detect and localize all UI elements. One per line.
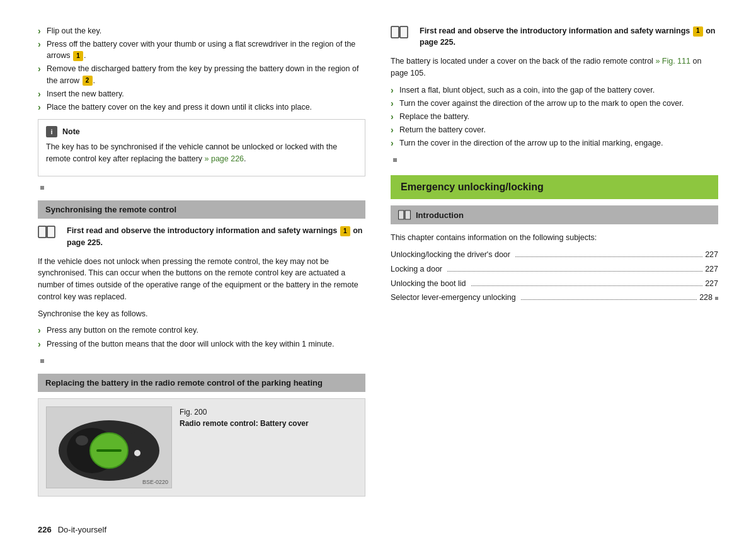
scroll-indicator-2 [40,359,44,363]
toc-label-1: Unlocking/locking the driver's door [391,249,510,261]
right-warning-text: First read and observe the introductory … [420,25,718,48]
right-bullet-4: Return the battery cover. [391,124,718,135]
fig-code: BSE-0220 [141,478,169,486]
warn-num-sync: 1 [340,226,350,236]
right-column: First read and observe the introductory … [391,25,718,533]
emergency-title: Emergency unlocking/locking [401,181,544,192]
toc-list: Unlocking/locking the driver's door 227 … [391,249,718,304]
book-icon-1 [38,225,55,239]
arrow-num-2: 2 [83,76,93,86]
page-section: Do-it-yourself [58,525,106,534]
toc-page-4: 228 [699,292,718,304]
sync-body-2: Synchronise the key as follows. [38,308,365,320]
scroll-indicator-4 [715,297,718,300]
intro-title: Introduction [416,210,464,220]
right-body: The battery is located under a cover on … [391,55,718,79]
note-text: The key has to be synchronised if the ve… [46,141,357,165]
intro-body: This chapter contains information on the… [391,232,718,244]
scroll-indicator-1 [40,186,44,190]
note-link[interactable]: » page 226 [205,154,244,163]
sync-warning-text: First read and observe the introductory … [67,225,365,248]
bullet-1: Flip out the key. [38,25,365,37]
sync-warning-box: First read and observe the introductory … [38,225,365,248]
sync-bullet-2: Pressing of the button means that the do… [38,338,365,350]
toc-dots-1 [515,256,702,257]
right-bullet-5: Turn the cover in the direction of the a… [391,137,718,149]
sync-bullet-1: Press any button on the remote control k… [38,325,365,336]
toc-dots-2 [447,271,702,272]
sync-bullets: Press any button on the remote control k… [38,325,365,349]
toc-dots-4 [521,299,697,300]
svg-rect-0 [38,226,46,238]
bullet-2: Press off the battery cover with your th… [38,38,365,61]
warn-num-right: 1 [693,26,703,37]
svg-rect-12 [391,26,399,38]
toc-item-3: Unlocking the boot lid 227 [391,278,718,290]
remote-svg [49,408,169,486]
right-bullet-3: Replace the battery. [391,111,718,122]
page-number: 226 [38,525,52,534]
svg-point-7 [123,432,158,462]
remote-image: BSE-0220 [46,406,172,488]
emergency-header: Emergency unlocking/locking [391,175,718,199]
arrow-num-1: 1 [73,51,83,61]
sync-body-1: If the vehicle does not unlock when pres… [38,256,365,303]
fig-link[interactable]: » Fig. 111 [655,57,690,66]
note-icon: i [46,126,57,137]
intro-header: Introduction [391,205,718,224]
bullet-3: Remove the discharged battery from the k… [38,63,365,86]
parking-section-header: Replacing the battery in the radio remot… [38,374,365,392]
sync-title: Synchronising the remote control [45,205,176,214]
svg-point-11 [76,435,88,446]
book-icon-2 [391,25,408,39]
svg-rect-9 [96,449,122,452]
right-warning-box: First read and observe the introductory … [391,25,718,48]
svg-rect-1 [47,226,55,238]
toc-item-4: Selector lever-emergency unlocking 228 [391,292,718,304]
bullet-4: Insert the new battery. [38,88,365,100]
note-box: i Note The key has to be synchronised if… [38,119,365,177]
book-icon-3 [398,210,411,220]
toc-label-4: Selector lever-emergency unlocking [391,292,516,304]
svg-rect-16 [405,210,411,219]
parking-title: Replacing the battery in the radio remot… [45,378,323,388]
sync-section-header: Synchronising the remote control [38,200,365,219]
fig-desc: Radio remote control: Battery cover [180,418,309,429]
svg-point-10 [134,450,140,456]
note-header: i Note [46,126,357,137]
svg-rect-15 [399,210,404,219]
toc-item-1: Unlocking/locking the driver's door 227 [391,249,718,261]
right-bullets: Insert a flat, blunt object, such as a c… [391,84,718,149]
left-column: Flip out the key. Press off the battery … [38,25,365,533]
toc-page-1: 227 [705,249,718,261]
svg-rect-13 [400,26,408,38]
right-bullet-2: Turn the cover against the direction of … [391,98,718,109]
toc-page-2: 227 [705,263,718,275]
toc-item-2: Locking a door 227 [391,263,718,275]
bullet-5: Place the battery cover on the key and p… [38,101,365,113]
right-bullet-1: Insert a flat, blunt object, such as a c… [391,84,718,96]
fig-caption: Fig. 200 Radio remote control: Battery c… [180,406,309,429]
fig-num: Fig. 200 [180,406,309,418]
toc-dots-3 [471,285,703,286]
top-bullets: Flip out the key. Press off the battery … [38,25,365,113]
scroll-indicator-3 [393,158,397,162]
toc-page-3: 227 [705,278,718,290]
image-container: BSE-0220 Fig. 200 Radio remote control: … [38,398,365,497]
toc-label-3: Unlocking the boot lid [391,278,466,290]
toc-label-2: Locking a door [391,263,442,275]
note-title: Note [62,127,80,136]
page-footer: 226 Do-it-yourself [38,525,106,534]
